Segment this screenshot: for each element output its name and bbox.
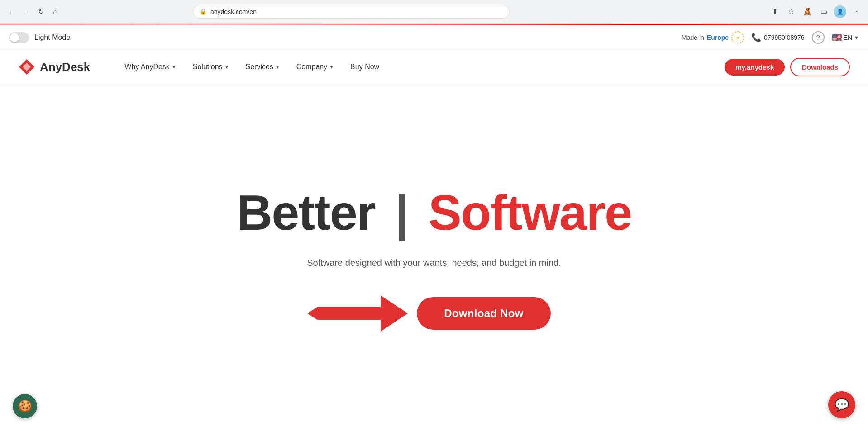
hero-title-dark: Better xyxy=(237,185,388,240)
lock-icon: 🔒 xyxy=(200,8,207,15)
arrow-head xyxy=(381,295,408,332)
my-anydesk-button[interactable]: my.anydesk xyxy=(725,59,785,76)
eu-stars-icon: ★ xyxy=(731,31,744,44)
logo-diamond-icon xyxy=(18,58,35,76)
forward-button[interactable]: → xyxy=(20,5,33,18)
profile-avatar[interactable]: 👤 xyxy=(834,5,846,18)
lang-label: EN xyxy=(844,34,852,41)
browser-nav-buttons: ← → ↻ ⌂ xyxy=(5,5,62,18)
chat-icon: 💬 xyxy=(835,398,849,412)
extensions-button[interactable]: 🧸 xyxy=(801,5,814,18)
arrow-decoration xyxy=(317,295,408,332)
refresh-button[interactable]: ↻ xyxy=(34,5,47,18)
downloads-button[interactable]: Downloads xyxy=(790,58,850,76)
share-button[interactable]: ⬆ xyxy=(768,5,781,18)
hero-subtitle: Software designed with your wants, needs… xyxy=(307,258,561,268)
help-button[interactable]: ? xyxy=(812,31,825,44)
logo-text: AnyDesk xyxy=(40,60,90,74)
home-button[interactable]: ⌂ xyxy=(49,5,62,18)
toggle-knob xyxy=(10,33,19,42)
address-bar[interactable]: 🔒 anydesk.com/en xyxy=(193,5,510,19)
nav-services[interactable]: Services ▼ xyxy=(238,59,287,75)
nav-why-anydesk[interactable]: Why AnyDesk ▼ xyxy=(117,59,183,75)
browser-chrome: ← → ↻ ⌂ 🔒 anydesk.com/en ⬆ ☆ 🧸 ▭ 👤 ⋮ xyxy=(0,0,868,24)
help-icon: ? xyxy=(816,34,820,41)
pip-button[interactable]: ▭ xyxy=(817,5,830,18)
hero-section: Better | Software Software designed with… xyxy=(0,84,868,431)
nav-why-anydesk-label: Why AnyDesk xyxy=(124,63,170,71)
chat-widget[interactable]: 💬 xyxy=(828,391,855,418)
download-now-button[interactable]: Download Now xyxy=(417,297,551,330)
solutions-chevron-icon: ▼ xyxy=(224,64,229,70)
made-in-text: Made in xyxy=(682,34,704,41)
why-anydesk-chevron-icon: ▼ xyxy=(172,64,176,70)
logo-link[interactable]: AnyDesk xyxy=(18,58,90,76)
hero-title-separator: | xyxy=(395,185,408,240)
nav-links: Why AnyDesk ▼ Solutions ▼ Services ▼ Com… xyxy=(117,59,725,75)
navbar: AnyDesk Why AnyDesk ▼ Solutions ▼ Servic… xyxy=(0,50,868,84)
hero-title-red: Software xyxy=(415,185,631,240)
europe-text: Europe xyxy=(707,34,729,41)
phone-icon: 📞 xyxy=(751,33,761,43)
arrow-shaft xyxy=(317,307,381,320)
hero-title: Better | Software xyxy=(237,185,631,240)
top-bar: Light Mode Made in Europe ★ 📞 079950 089… xyxy=(0,25,868,50)
bookmark-button[interactable]: ☆ xyxy=(785,5,797,18)
light-mode-label: Light Mode xyxy=(34,33,70,42)
cookie-icon: 🍪 xyxy=(18,399,32,413)
made-in-europe: Made in Europe ★ xyxy=(682,31,744,44)
phone-area: 📞 079950 08976 xyxy=(751,33,805,43)
nav-company[interactable]: Company ▼ xyxy=(289,59,341,75)
url-text: anydesk.com/en xyxy=(210,8,503,15)
lang-chevron-icon: ▼ xyxy=(854,35,859,40)
cookie-widget[interactable]: 🍪 xyxy=(13,394,37,418)
phone-number: 079950 08976 xyxy=(764,34,805,41)
nav-solutions-label: Solutions xyxy=(193,63,223,71)
menu-button[interactable]: ⋮ xyxy=(850,5,863,18)
nav-buy-now-label: Buy Now xyxy=(350,63,379,71)
nav-company-label: Company xyxy=(296,63,327,71)
hero-cta-area: Download Now xyxy=(317,295,551,332)
nav-buttons: my.anydesk Downloads xyxy=(725,58,850,76)
top-bar-right: Made in Europe ★ 📞 079950 08976 ? 🇺🇸 EN … xyxy=(682,31,859,44)
theme-toggle-area: Light Mode xyxy=(9,32,70,43)
nav-solutions[interactable]: Solutions ▼ xyxy=(186,59,237,75)
nav-buy-now[interactable]: Buy Now xyxy=(343,59,386,75)
back-button[interactable]: ← xyxy=(5,5,18,18)
nav-services-label: Services xyxy=(245,63,273,71)
flag-icon: 🇺🇸 xyxy=(832,33,842,43)
company-chevron-icon: ▼ xyxy=(329,64,334,70)
browser-actions: ⬆ ☆ 🧸 ▭ 👤 ⋮ xyxy=(768,5,863,18)
services-chevron-icon: ▼ xyxy=(275,64,280,70)
language-selector[interactable]: 🇺🇸 EN ▼ xyxy=(832,33,859,43)
theme-toggle[interactable] xyxy=(9,32,29,43)
